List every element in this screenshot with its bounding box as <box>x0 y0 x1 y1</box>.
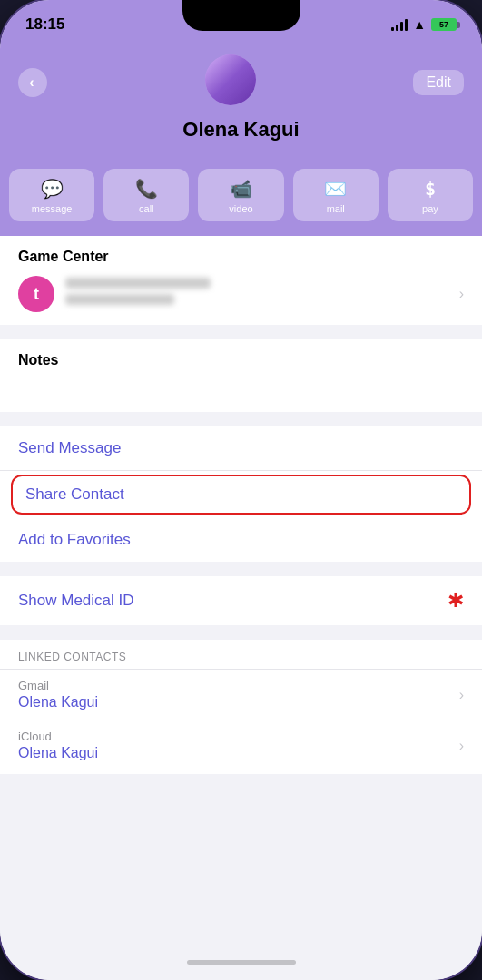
notes-section: Notes <box>0 339 482 412</box>
notes-title: Notes <box>18 352 464 368</box>
linked-gmail-source: Gmail <box>18 679 98 692</box>
avatar-image <box>205 54 256 105</box>
linked-gmail-name: Olena Kagui <box>18 694 98 710</box>
back-chevron-icon: ‹ <box>29 74 34 91</box>
phone-screen: 18:15 ▲ 57 ‹ <box>0 0 482 980</box>
divider-2 <box>0 412 482 419</box>
home-bar <box>187 960 296 965</box>
pay-button[interactable]: $ pay <box>388 169 473 221</box>
mail-button[interactable]: ✉️ mail <box>293 169 379 221</box>
medical-star-icon: ✱ <box>448 589 464 612</box>
divider-1 <box>0 332 482 339</box>
divider-3 <box>0 562 482 569</box>
pay-icon: $ <box>425 178 436 200</box>
add-favorites-label: Add to Favorites <box>18 531 131 549</box>
wifi-icon: ▲ <box>413 17 426 32</box>
message-label: message <box>32 203 73 214</box>
avatar <box>205 54 256 105</box>
video-icon: 📹 <box>230 178 252 200</box>
game-center-detail-blurred <box>65 294 174 305</box>
game-center-row[interactable]: t › <box>18 276 464 312</box>
header-row: ‹ Edit <box>18 54 464 111</box>
game-center-username-blurred <box>65 278 211 289</box>
linked-icloud-source: iCloud <box>18 730 98 743</box>
linked-contacts-section: LINKED CONTACTS Gmail Olena Kagui › iClo… <box>0 640 482 774</box>
game-center-avatar: t <box>18 276 54 312</box>
video-button[interactable]: 📹 video <box>198 169 283 221</box>
mail-label: mail <box>327 203 345 214</box>
linked-icloud-info: iCloud Olena Kagui <box>18 730 98 761</box>
game-center-title: Game Center <box>18 249 464 265</box>
game-center-chevron-icon: › <box>459 286 464 302</box>
linked-icloud-chevron-icon: › <box>459 738 464 754</box>
linked-contacts-title: LINKED CONTACTS <box>0 640 482 669</box>
notch <box>182 0 300 31</box>
home-indicator <box>0 949 482 980</box>
action-list: Send Message Share Contact Add to Favori… <box>0 426 482 562</box>
share-contact-item[interactable]: Share Contact <box>11 475 471 514</box>
contact-name: Olena Kagui <box>182 118 299 142</box>
send-message-item[interactable]: Send Message <box>0 426 482 471</box>
medical-id-label: Show Medical ID <box>18 592 134 610</box>
edit-button[interactable]: Edit <box>413 70 464 95</box>
mail-icon: ✉️ <box>324 178 347 200</box>
game-center-section: Game Center t › <box>0 236 482 325</box>
linked-icloud-name: Olena Kagui <box>18 745 98 761</box>
message-icon: 💬 <box>41 178 64 200</box>
battery-icon: 57 <box>431 18 457 31</box>
linked-gmail-info: Gmail Olena Kagui <box>18 679 98 710</box>
send-message-label: Send Message <box>18 439 121 457</box>
divider-4 <box>0 625 482 632</box>
linked-gmail-chevron-icon: › <box>459 687 464 703</box>
call-button[interactable]: 📞 call <box>103 169 189 221</box>
back-button[interactable]: ‹ <box>18 68 47 97</box>
call-label: call <box>139 203 154 214</box>
game-center-info <box>65 278 448 310</box>
medical-section: Show Medical ID ✱ <box>0 576 482 625</box>
linked-gmail-row[interactable]: Gmail Olena Kagui › <box>0 669 482 720</box>
action-buttons-row: 💬 message 📞 call 📹 video ✉️ mail $ pay <box>0 169 482 236</box>
add-favorites-item[interactable]: Add to Favorites <box>0 518 482 562</box>
phone-frame: 18:15 ▲ 57 ‹ <box>0 0 482 980</box>
share-contact-label: Share Contact <box>25 485 124 504</box>
medical-id-row[interactable]: Show Medical ID ✱ <box>0 576 482 625</box>
pay-label: pay <box>422 203 438 214</box>
status-time: 18:15 <box>25 15 64 34</box>
message-button[interactable]: 💬 message <box>9 169 94 221</box>
status-icons: ▲ 57 <box>391 17 457 32</box>
call-icon: 📞 <box>135 178 158 200</box>
contact-header: ‹ Edit Olena Kagui <box>0 44 482 169</box>
signal-bars-icon <box>391 18 408 31</box>
video-label: video <box>229 203 252 214</box>
linked-icloud-row[interactable]: iCloud Olena Kagui › <box>0 720 482 770</box>
scroll-content[interactable]: Game Center t › Notes <box>0 236 482 949</box>
